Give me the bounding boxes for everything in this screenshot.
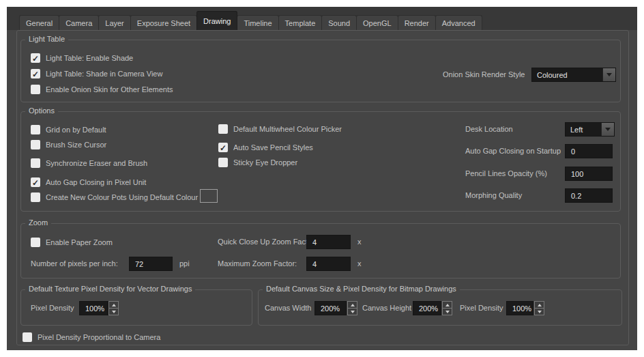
arrow-down-icon xyxy=(112,311,116,313)
texture-pixel-density-stepper xyxy=(108,301,119,315)
arrow-up-icon xyxy=(445,304,450,306)
maximum-zoom-factor-label: Maximum Zoom Factor: xyxy=(218,259,297,268)
checkbox-row: Enable Onion Skin for Other Elements xyxy=(31,84,173,94)
tab-layer[interactable]: Layer xyxy=(98,15,131,30)
spin-down-button[interactable] xyxy=(348,309,357,315)
canvas-width-input[interactable]: 200% xyxy=(314,301,347,315)
canvas-width-label: Canvas Width xyxy=(265,304,311,312)
checkbox-label: Pixel Density Proportional to Camera xyxy=(38,333,160,341)
checkmark-icon xyxy=(220,141,226,154)
canvas-height-stepper xyxy=(442,301,452,315)
checkbox-label: Light Table: Enable Shade xyxy=(46,54,133,62)
canvas-size-pixel-density-section: Default Canvas Size & Pixel Density for … xyxy=(258,289,622,326)
checkbox-create-new-colour-pots-default-colour[interactable] xyxy=(31,192,40,202)
tab-camera[interactable]: Camera xyxy=(59,15,99,30)
arrow-down-icon xyxy=(538,311,542,313)
spin-down-button[interactable] xyxy=(109,309,118,315)
tab-general[interactable]: General xyxy=(19,15,59,30)
zoom-section-title: Zoom xyxy=(25,218,51,227)
morphing-quality-input[interactable]: 0.2 xyxy=(565,188,613,203)
checkbox-row: Sticky Eye Dropper xyxy=(218,157,297,167)
desk-location-label: Desk Location xyxy=(465,125,513,133)
bitmap-pixel-density-label: Pixel Density xyxy=(460,304,503,312)
checkbox-label: Synchronize Eraser and Brush xyxy=(46,159,147,167)
checkbox-light-table-shade-in-camera-view[interactable] xyxy=(31,69,40,78)
pencil-lines-opacity-input[interactable]: 100 xyxy=(565,167,613,181)
pixels-per-inch-input[interactable]: 72 xyxy=(129,257,173,271)
checkbox-label: Enable Paper Zoom xyxy=(46,238,113,246)
checkbox-auto-save-pencil-styles[interactable] xyxy=(218,143,228,152)
chevron-down-icon xyxy=(606,73,612,76)
texture-pixel-density-label: Pixel Density xyxy=(31,304,74,312)
checkbox-label: Create New Colour Pots Using Default Col… xyxy=(46,193,198,201)
dropdown-button[interactable] xyxy=(602,68,615,81)
options-section: Options Grid on by Default Brush Size Cu… xyxy=(20,111,621,212)
spin-up-button[interactable] xyxy=(109,302,118,309)
light-table-section: Light Table Light Table: Enable Shade Li… xyxy=(20,40,621,102)
default-colour-swatch[interactable] xyxy=(200,189,218,203)
onion-skin-render-style-select[interactable]: Coloured xyxy=(531,68,616,82)
tab-drawing[interactable]: Drawing xyxy=(196,11,237,30)
desk-location-select[interactable]: Left xyxy=(565,122,615,137)
maximum-zoom-factor-unit: x xyxy=(357,259,362,268)
bitmap-pixel-density-stepper xyxy=(534,301,544,315)
auto-gap-closing-startup-input[interactable]: 0 xyxy=(565,144,613,158)
tab-opengl[interactable]: OpenGL xyxy=(356,15,398,30)
chevron-down-icon xyxy=(605,128,611,131)
checkbox-enable-paper-zoom[interactable] xyxy=(31,238,40,247)
texture-pixel-density-section: Default Texture Pixel Density for Vector… xyxy=(20,289,252,326)
checkbox-auto-gap-closing-in-pixel-unit[interactable] xyxy=(31,177,40,187)
checkmark-icon xyxy=(32,176,39,188)
checkbox-default-multiwheel-colour-picker[interactable] xyxy=(218,124,228,134)
checkbox-row: Grid on by Default xyxy=(31,124,106,134)
checkbox-row: Pixel Density Proportional to Camera xyxy=(23,332,160,342)
checkbox-row: Auto Save Pencil Styles xyxy=(218,142,313,152)
tab-exposure-sheet[interactable]: Exposure Sheet xyxy=(130,15,197,30)
pencil-lines-opacity-label: Pencil Lines Opacity (%) xyxy=(465,169,547,177)
light-table-section-title: Light Table xyxy=(25,35,68,43)
checkbox-enable-onion-skin-other-elements[interactable] xyxy=(31,85,40,94)
dropdown-button[interactable] xyxy=(601,123,614,136)
checkbox-row: Brush Size Cursor xyxy=(31,139,106,149)
quick-close-up-zoom-factor-input[interactable]: 4 xyxy=(306,235,351,249)
tab-sound[interactable]: Sound xyxy=(321,15,357,30)
checkbox-label: Grid on by Default xyxy=(46,126,106,134)
checkbox-label: Auto Save Pencil Styles xyxy=(233,143,313,152)
maximum-zoom-factor-input[interactable]: 4 xyxy=(306,257,351,271)
checkbox-row: Synchronize Eraser and Brush xyxy=(31,158,147,168)
checkmark-icon xyxy=(32,68,39,80)
checkbox-label: Auto Gap Closing in Pixel Unit xyxy=(46,178,146,186)
checkbox-pixel-density-proportional-to-camera[interactable] xyxy=(23,332,32,342)
tab-advanced[interactable]: Advanced xyxy=(435,15,482,30)
checkbox-sticky-eye-dropper[interactable] xyxy=(218,158,228,167)
spin-up-button[interactable] xyxy=(443,302,452,309)
tab-render[interactable]: Render xyxy=(398,15,436,30)
pixels-per-inch-unit: ppi xyxy=(179,259,190,268)
checkbox-row: Default Multiwheel Colour Picker xyxy=(218,124,342,134)
arrow-up-icon xyxy=(112,304,116,306)
spin-down-button[interactable] xyxy=(535,309,544,315)
checkbox-light-table-enable-shade[interactable] xyxy=(31,53,40,63)
checkbox-label: Light Table: Shade in Camera View xyxy=(46,70,162,78)
checkbox-grid-on-by-default[interactable] xyxy=(31,125,40,134)
spin-up-button[interactable] xyxy=(348,302,357,309)
canvas-height-input[interactable]: 200% xyxy=(413,301,441,315)
bitmap-pixel-density-input[interactable]: 100% xyxy=(506,301,533,315)
desk-location-value: Left xyxy=(566,123,601,136)
morphing-quality-label: Morphing Quality xyxy=(465,191,522,199)
preferences-dialog: General Camera Layer Exposure Sheet Draw… xyxy=(7,7,637,350)
texture-pixel-density-input[interactable]: 100% xyxy=(79,301,108,315)
checkbox-label: Brush Size Cursor xyxy=(46,141,106,149)
tab-template[interactable]: Template xyxy=(278,15,323,30)
tab-timeline[interactable]: Timeline xyxy=(237,15,278,30)
checkbox-row: Auto Gap Closing in Pixel Unit xyxy=(31,177,146,187)
tab-bar: General Camera Layer Exposure Sheet Draw… xyxy=(19,7,482,30)
checkbox-synchronize-eraser-and-brush[interactable] xyxy=(31,158,40,168)
spin-up-button[interactable] xyxy=(535,302,544,309)
arrow-down-icon xyxy=(351,311,355,313)
spin-down-button[interactable] xyxy=(443,309,452,315)
onion-skin-render-style-value: Coloured xyxy=(532,68,602,81)
canvas-width-stepper xyxy=(347,301,357,315)
checkbox-brush-size-cursor[interactable] xyxy=(31,140,40,149)
arrow-up-icon xyxy=(538,304,542,306)
